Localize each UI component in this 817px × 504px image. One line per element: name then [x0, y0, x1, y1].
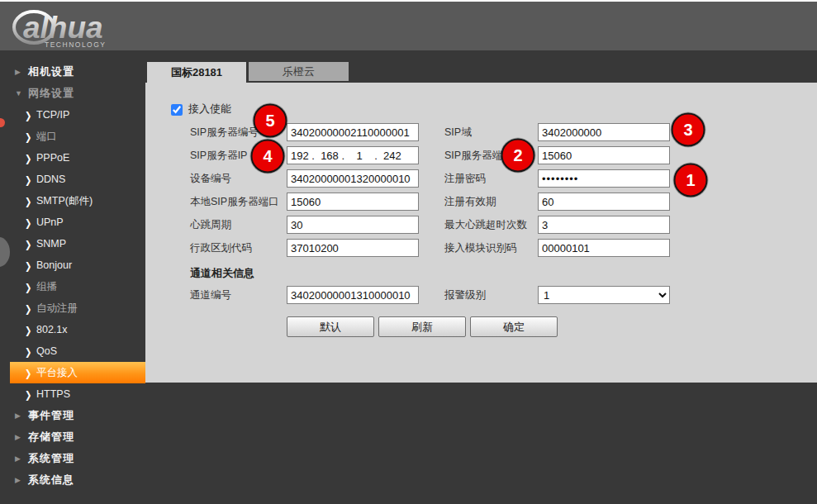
- dahua-logo-icon: alhua TECHNOLOGY: [7, 5, 147, 50]
- sip-domain-input[interactable]: [538, 123, 670, 141]
- sip-server-ip-label: SIP服务器IP: [190, 146, 247, 164]
- triangle-right-icon: ▶: [15, 454, 25, 463]
- chevron-right-icon: ❯: [25, 109, 35, 120]
- annotation-circle-1: 1: [674, 164, 708, 197]
- triangle-right-icon: ▶: [15, 476, 25, 484]
- chevron-right-icon: ❯: [25, 259, 35, 270]
- sidebar-item-network-settings[interactable]: ▼网络设置: [0, 83, 145, 104]
- chevron-right-icon: ❯: [25, 238, 35, 249]
- tab-lechange[interactable]: 乐橙云: [249, 62, 349, 81]
- sidebar-item-system-management[interactable]: ▶系统管理: [0, 448, 145, 469]
- sidebar-item-system-info[interactable]: ▶系统信息: [0, 469, 145, 491]
- sidebar-item-bonjour[interactable]: ❯Bonjour: [0, 254, 145, 276]
- sidebar-item-tcpip[interactable]: ❯TCP/IP: [0, 104, 145, 126]
- sidebar-item-smtp[interactable]: ❯SMTP(邮件): [0, 190, 145, 212]
- sidebar-item-pppoe[interactable]: ❯PPPoE: [0, 147, 145, 169]
- sidebar-item-event-management[interactable]: ▶事件管理: [0, 405, 145, 426]
- access-module-id-input[interactable]: [538, 239, 670, 257]
- register-password-input[interactable]: [538, 169, 670, 188]
- sip-server-ip-input[interactable]: [287, 146, 419, 164]
- heartbeat-period-input[interactable]: [287, 216, 419, 234]
- chevron-right-icon: ❯: [25, 302, 35, 313]
- sidebar-item-https[interactable]: ❯HTTPS: [0, 383, 145, 405]
- chevron-right-icon: ❯: [25, 174, 35, 184]
- sidebar-item-upnp[interactable]: ❯UPnP: [0, 212, 145, 233]
- region-code-input[interactable]: [287, 239, 419, 257]
- alarm-level-label: 报警级别: [444, 286, 486, 304]
- svg-text:alhua: alhua: [23, 11, 103, 45]
- chevron-right-icon: ❯: [25, 281, 35, 292]
- sidebar-item-camera-settings[interactable]: ▶相机设置: [0, 61, 145, 83]
- sidebar-item-port[interactable]: ❯端口: [0, 126, 145, 147]
- register-validity-input[interactable]: [538, 193, 670, 211]
- alarm-level-select[interactable]: 1: [538, 286, 670, 304]
- device-id-label: 设备编号: [190, 169, 231, 188]
- sidebar-item-8021x[interactable]: ❯802.1x: [0, 319, 145, 340]
- region-code-label: 行政区划代码: [190, 239, 252, 257]
- channel-section-title: 通道相关信息: [190, 266, 254, 281]
- chevron-right-icon: ❯: [25, 152, 35, 163]
- sip-server-id-label: SIP服务器编号: [190, 123, 259, 141]
- annotation-circle-5: 5: [254, 104, 287, 138]
- local-sip-port-label: 本地SIP服务器端口: [190, 193, 279, 211]
- confirm-button[interactable]: 确定: [470, 316, 558, 337]
- max-heartbeat-timeout-label: 最大心跳超时次数: [444, 216, 527, 234]
- register-validity-label: 注册有效期: [444, 193, 496, 211]
- channel-id-input[interactable]: [287, 286, 419, 304]
- sidebar-item-snmp[interactable]: ❯SNMP: [0, 233, 145, 254]
- device-id-input[interactable]: [287, 169, 419, 188]
- app-window: alhua TECHNOLOGY ▶相机设置 ▼网络设置 ❯TCP/IP ❯端口…: [0, 0, 817, 504]
- chevron-right-icon: ❯: [25, 195, 35, 206]
- annotation-circle-2: 2: [501, 139, 535, 173]
- default-button[interactable]: 默认: [287, 316, 374, 337]
- chevron-right-icon: ❯: [25, 216, 35, 227]
- refresh-button[interactable]: 刷新: [378, 316, 466, 337]
- access-module-id-label: 接入模块识别码: [444, 239, 517, 257]
- tab-gb28181[interactable]: 国标28181: [147, 62, 246, 83]
- sidebar-item-auto-register[interactable]: ❯自动注册: [0, 297, 145, 319]
- triangle-right-icon: ▶: [15, 433, 25, 441]
- max-heartbeat-timeout-input[interactable]: [538, 216, 670, 234]
- svg-text:TECHNOLOGY: TECHNOLOGY: [45, 40, 107, 49]
- annotation-circle-4: 4: [251, 140, 285, 174]
- sidebar-item-ddns[interactable]: ❯DDNS: [0, 169, 145, 190]
- chevron-right-icon: ❯: [25, 131, 35, 141]
- enable-checkbox[interactable]: [171, 104, 183, 116]
- triangle-right-icon: ▶: [15, 411, 25, 420]
- chevron-right-icon: ❯: [25, 388, 35, 399]
- sip-domain-label: SIP域: [444, 123, 472, 141]
- local-sip-port-input[interactable]: [287, 193, 419, 211]
- enable-label: 接入使能: [188, 100, 231, 118]
- sidebar-item-platform-access[interactable]: ❯平台接入: [10, 362, 145, 383]
- channel-id-label: 通道编号: [190, 286, 231, 304]
- sip-server-port-input[interactable]: [538, 146, 670, 164]
- sidebar-item-qos[interactable]: ❯QoS: [0, 340, 145, 362]
- annotation-circle-3: 3: [672, 113, 705, 147]
- register-password-label: 注册密码: [444, 169, 486, 188]
- sip-server-id-input[interactable]: [287, 123, 419, 141]
- chevron-right-icon: ❯: [25, 345, 35, 356]
- sidebar-item-multicast[interactable]: ❯组播: [0, 276, 145, 297]
- chevron-right-icon: ❯: [25, 367, 35, 378]
- sidebar-item-storage-management[interactable]: ▶存储管理: [0, 426, 145, 448]
- triangle-right-icon: ▶: [15, 68, 25, 76]
- chevron-right-icon: ❯: [25, 324, 35, 335]
- triangle-down-icon: ▼: [15, 89, 25, 97]
- header-bar: alhua TECHNOLOGY: [0, 2, 817, 50]
- heartbeat-period-label: 心跳周期: [190, 216, 231, 234]
